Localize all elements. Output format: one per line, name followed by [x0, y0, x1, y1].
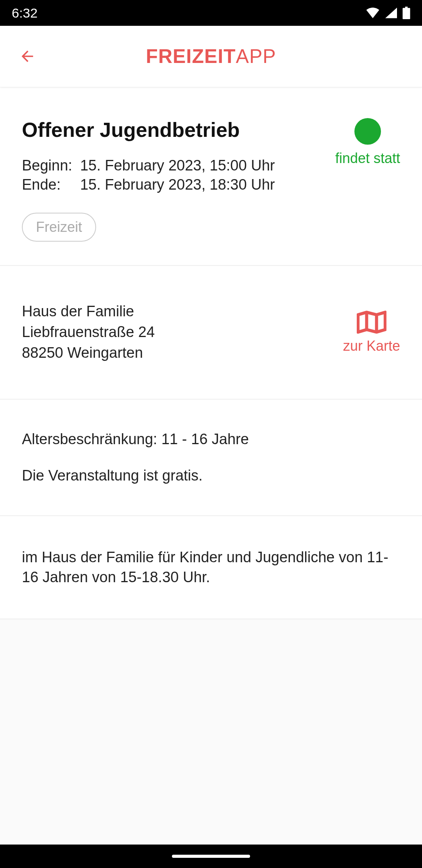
- event-header-row: Offener Jugendbetrieb Beginn: 15. Februa…: [22, 118, 400, 242]
- status-icons: [366, 7, 410, 19]
- battery-icon: [402, 7, 410, 19]
- map-link[interactable]: zur Karte: [343, 310, 400, 354]
- begin-value: 15. February 2023, 15:00 Uhr: [80, 157, 275, 174]
- begin-label: Beginn:: [22, 157, 72, 174]
- address-line1: Haus der Familie: [22, 301, 155, 322]
- app-header: FREIZEITAPP: [0, 26, 422, 87]
- address-block: Haus der Familie Liebfrauenstraße 24 882…: [22, 301, 155, 364]
- event-title: Offener Jugendbetrieb: [22, 118, 275, 142]
- description-section: im Haus der Familie für Kinder und Jugen…: [0, 516, 422, 620]
- info-section: Altersbeschränkung: 11 - 16 Jahre Die Ve…: [0, 400, 422, 516]
- nav-pill[interactable]: [172, 855, 250, 858]
- map-icon: [357, 310, 386, 334]
- event-time-grid: Beginn: 15. February 2023, 15:00 Uhr End…: [22, 157, 275, 193]
- device-nav-bar: [0, 845, 422, 868]
- app-title-light: APP: [236, 45, 276, 67]
- age-restriction: Altersbeschränkung: 11 - 16 Jahre: [22, 431, 400, 448]
- price-info: Die Veranstaltung ist gratis.: [22, 467, 400, 484]
- app-title-bold: FREIZEIT: [146, 45, 236, 67]
- event-header-section: Offener Jugendbetrieb Beginn: 15. Februa…: [0, 87, 422, 266]
- status-time: 6:32: [12, 5, 38, 21]
- event-status: findet statt: [335, 118, 400, 167]
- content-area[interactable]: Offener Jugendbetrieb Beginn: 15. Februa…: [0, 87, 422, 845]
- address-line2: Liebfrauenstraße 24: [22, 322, 155, 343]
- back-button[interactable]: [12, 41, 43, 72]
- status-dot-icon: [354, 118, 381, 145]
- status-text: findet statt: [335, 150, 400, 167]
- end-value: 15. February 2023, 18:30 Uhr: [80, 176, 275, 193]
- app-title: FREIZEITAPP: [146, 45, 276, 68]
- address-line3: 88250 Weingarten: [22, 343, 155, 363]
- device-status-bar: 6:32: [0, 0, 422, 26]
- category-tag[interactable]: Freizeit: [22, 213, 96, 242]
- signal-icon: [385, 7, 397, 18]
- end-label: Ende:: [22, 176, 72, 193]
- app-window: FREIZEITAPP Offener Jugendbetrieb Beginn…: [0, 26, 422, 845]
- event-title-block: Offener Jugendbetrieb Beginn: 15. Februa…: [22, 118, 275, 242]
- address-section: Haus der Familie Liebfrauenstraße 24 882…: [0, 266, 422, 400]
- map-link-text: zur Karte: [343, 338, 400, 354]
- wifi-icon: [366, 7, 380, 18]
- description-text: im Haus der Familie für Kinder und Jugen…: [22, 547, 400, 588]
- arrow-left-icon: [19, 48, 36, 65]
